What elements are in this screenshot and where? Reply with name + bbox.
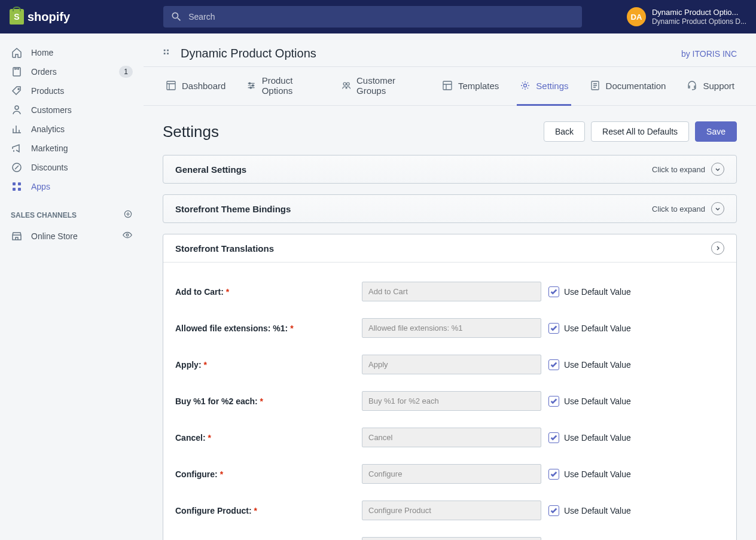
sidebar: Home Orders 1 Products Customers Analyti…: [0, 33, 144, 540]
back-button[interactable]: Back: [544, 121, 585, 142]
user-menu[interactable]: DA Dynamic Product Optio... Dynamic Prod…: [627, 7, 746, 26]
svg-point-21: [524, 84, 527, 87]
user-subtitle: Dynamic Product Options D...: [652, 17, 746, 26]
avatar: DA: [627, 7, 646, 26]
tab-templates[interactable]: Templates: [439, 67, 501, 106]
reset-button[interactable]: Reset All to Defaults: [591, 121, 689, 142]
sidebar-item-online-store[interactable]: Online Store: [0, 226, 144, 246]
tab-customer-groups[interactable]: Customer Groups: [339, 67, 423, 106]
app-vendor-link[interactable]: by ITORIS INC: [681, 49, 737, 59]
field-input[interactable]: [362, 464, 541, 484]
use-default-label: Use Default Value: [564, 433, 631, 443]
tab-dashboard[interactable]: Dashboard: [163, 67, 228, 106]
tab-settings[interactable]: Settings: [517, 67, 571, 106]
translation-row: Allowed file extensions: %1: * Use Defau…: [175, 310, 724, 346]
svg-point-18: [343, 83, 346, 86]
svg-rect-7: [18, 188, 21, 191]
apps-icon: [11, 181, 23, 193]
use-default-checkbox[interactable]: [548, 396, 559, 407]
search-icon: [170, 11, 182, 23]
use-default-checkbox[interactable]: [548, 286, 559, 297]
field-input[interactable]: [362, 428, 541, 447]
sidebar-item-marketing[interactable]: Marketing: [0, 139, 144, 158]
marketing-icon: [11, 142, 23, 154]
svg-point-1: [18, 89, 19, 90]
translation-row: Add to Cart: * Use Default Value: [175, 273, 724, 310]
field-label: Configure Product: *: [175, 506, 355, 515]
sidebar-item-customers[interactable]: Customers: [0, 100, 144, 120]
home-icon: [11, 47, 23, 59]
svg-rect-6: [13, 188, 16, 191]
field-label: Allowed file extensions: %1: *: [175, 324, 355, 333]
add-channel-button[interactable]: [123, 209, 133, 221]
templates-icon: [441, 80, 453, 91]
customers-icon: [11, 104, 23, 116]
orders-icon: [11, 66, 23, 78]
svg-point-9: [126, 234, 129, 236]
save-button[interactable]: Save: [695, 121, 737, 142]
sidebar-item-analytics[interactable]: Analytics: [0, 120, 144, 139]
chevron-down-icon[interactable]: [711, 202, 724, 215]
field-input[interactable]: [362, 391, 541, 411]
shopify-bag-icon: S: [10, 9, 24, 25]
svg-rect-11: [167, 49, 169, 51]
translation-row: Apply: * Use Default Value: [175, 346, 724, 383]
view-store-button[interactable]: [122, 230, 133, 242]
tab-support[interactable]: Support: [684, 67, 737, 106]
chevron-right-icon[interactable]: [711, 242, 724, 255]
svg-point-2: [15, 106, 19, 109]
page-header: Settings Back Reset All to Defaults Save: [163, 121, 737, 142]
app-tabs: Dashboard Product Options Customer Group…: [144, 66, 756, 106]
store-icon: [11, 230, 23, 242]
sidebar-item-discounts[interactable]: Discounts: [0, 158, 144, 177]
app-grid-icon: [163, 48, 173, 59]
search-input[interactable]: [182, 12, 575, 22]
chevron-down-icon[interactable]: [711, 163, 724, 176]
field-input[interactable]: [362, 355, 541, 374]
panel-storefront-translations: Storefront Translations Add to Cart: * U…: [163, 234, 737, 540]
sales-channels-header: SALES CHANNELS: [0, 196, 144, 226]
user-title: Dynamic Product Optio...: [652, 8, 746, 17]
panel-general-settings[interactable]: General Settings Click to expand: [163, 155, 737, 184]
svg-rect-20: [443, 81, 452, 90]
field-input[interactable]: [362, 318, 541, 338]
translation-row: Buy %1 for %2 each: * Use Default Value: [175, 383, 724, 419]
sliders-icon: [246, 80, 257, 91]
use-default-checkbox[interactable]: [548, 432, 559, 443]
translation-row: Cancel: * Use Default Value: [175, 419, 724, 456]
svg-point-19: [346, 83, 349, 86]
shopify-logo[interactable]: S shopify: [10, 9, 70, 25]
field-input[interactable]: [362, 537, 541, 540]
use-default-label: Use Default Value: [564, 360, 631, 370]
use-default-checkbox[interactable]: [548, 505, 559, 516]
top-bar: S shopify DA Dynamic Product Optio... Dy…: [0, 0, 756, 33]
svg-point-16: [252, 85, 254, 87]
field-label: Cancel: *: [175, 433, 355, 443]
use-default-label: Use Default Value: [564, 287, 631, 297]
field-input[interactable]: [362, 501, 541, 520]
app-header: Dynamic Product Options by ITORIS INC: [144, 33, 756, 66]
dashboard-icon: [165, 80, 177, 91]
translation-row: Edit: * Use Default Value: [175, 529, 724, 540]
sidebar-item-products[interactable]: Products: [0, 81, 144, 100]
use-default-checkbox[interactable]: [548, 469, 559, 480]
search-box[interactable]: [163, 6, 582, 28]
headset-icon: [686, 80, 698, 91]
use-default-checkbox[interactable]: [548, 323, 559, 334]
tab-product-options[interactable]: Product Options: [243, 67, 322, 106]
sidebar-item-apps[interactable]: Apps: [0, 177, 144, 196]
sidebar-item-orders[interactable]: Orders 1: [0, 62, 144, 81]
panel-theme-bindings[interactable]: Storefront Theme Bindings Click to expan…: [163, 194, 737, 223]
document-icon: [589, 80, 601, 91]
people-icon: [341, 80, 352, 91]
page-title: Settings: [163, 123, 219, 141]
use-default-checkbox[interactable]: [548, 359, 559, 370]
svg-point-15: [249, 83, 251, 84]
sidebar-item-home[interactable]: Home: [0, 43, 144, 62]
analytics-icon: [11, 123, 23, 135]
main-content: Dynamic Product Options by ITORIS INC Da…: [144, 33, 756, 540]
tab-documentation[interactable]: Documentation: [587, 67, 669, 106]
field-input[interactable]: [362, 282, 541, 301]
translation-row: Configure: * Use Default Value: [175, 456, 724, 492]
svg-rect-5: [18, 182, 21, 185]
